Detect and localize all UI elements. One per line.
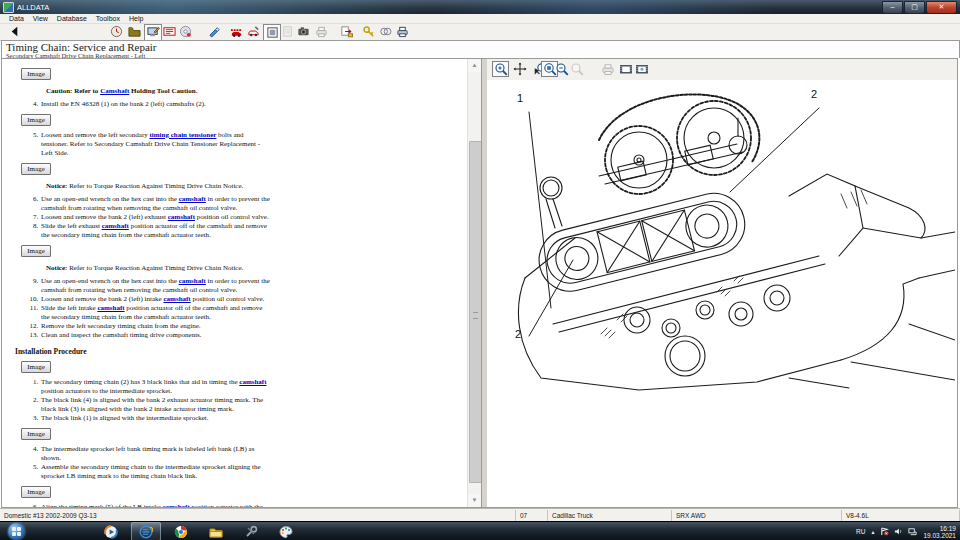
scrollbar-thumb[interactable]: [469, 141, 482, 483]
tray-expand-icon[interactable]: ▲: [871, 529, 876, 535]
image-next-button[interactable]: [633, 61, 650, 77]
sign-pen-icon: [208, 25, 221, 38]
zoom-in-icon: [494, 62, 508, 76]
step-item: Use an open-end wrench on the hex cast i…: [40, 195, 272, 213]
image-button[interactable]: Image: [21, 428, 51, 440]
printer-icon-disabled: [315, 25, 328, 38]
print-small-button[interactable]: [599, 61, 616, 77]
pan-button[interactable]: [511, 61, 528, 77]
step-list: Loosen and remove the left secondary tim…: [15, 131, 272, 158]
step-item: Install the EN 46328 (1) on the bank 2 (…: [40, 100, 272, 109]
image-button[interactable]: Image: [21, 163, 51, 175]
taskbar-internet-explorer-button[interactable]: [131, 522, 161, 540]
hyperlink[interactable]: timing chain tensioner: [149, 131, 216, 139]
cd-button[interactable]: [177, 24, 193, 39]
hyperlink[interactable]: camshaft: [179, 195, 206, 203]
scroll-down-arrow-icon[interactable]: ▼: [468, 494, 481, 507]
hyperlink[interactable]: camshaft: [163, 295, 190, 303]
step-item: The black link (1) is aligned with the i…: [40, 414, 272, 423]
close-button[interactable]: ✕: [926, 1, 957, 14]
step-list: The intermediate sprocket left bank timi…: [15, 445, 272, 481]
menu-item-data[interactable]: Data: [9, 15, 24, 22]
volume-icon[interactable]: [894, 527, 903, 536]
clock-button[interactable]: [108, 24, 124, 39]
hyperlink[interactable]: camshaft: [168, 213, 195, 221]
repair-car-button[interactable]: [245, 24, 261, 39]
taskbar-media-player-button[interactable]: [96, 522, 126, 540]
menu-item-toolbox[interactable]: Toolbox: [96, 15, 120, 22]
scroll-up-arrow-icon[interactable]: ▲: [468, 59, 481, 72]
hyperlink[interactable]: camshaft: [239, 378, 266, 386]
maximize-button[interactable]: ▢: [904, 1, 925, 14]
image-button[interactable]: Image: [21, 486, 51, 498]
hyperlink[interactable]: camshaft: [102, 222, 129, 230]
zoom-in-button[interactable]: [492, 61, 509, 77]
image-button[interactable]: Image: [21, 114, 51, 126]
image-button[interactable]: Image: [21, 361, 51, 373]
hyperlink[interactable]: camshaft: [179, 277, 206, 285]
printer-disabled-button[interactable]: [313, 24, 329, 39]
hyperlink[interactable]: camshaft: [97, 304, 124, 312]
back-icon: [8, 25, 21, 38]
title-bar[interactable]: ALLDATA – ▢ ✕: [0, 0, 960, 14]
taskbar-chrome-button[interactable]: [166, 522, 196, 540]
step-item: The intermediate sprocket left bank timi…: [40, 445, 272, 463]
dtc-button[interactable]: [161, 24, 177, 39]
menu-item-help[interactable]: Help: [129, 15, 143, 22]
hyperlink[interactable]: Camshaft: [100, 87, 129, 95]
image-button[interactable]: Image: [21, 68, 51, 80]
rings-button[interactable]: [377, 24, 393, 39]
step-item: Assemble the secondary timing chain to t…: [40, 463, 272, 481]
key-button[interactable]: [360, 24, 376, 39]
clock[interactable]: 16:19 19.03.2021: [923, 525, 956, 539]
main-toolbar: [0, 24, 960, 41]
start-button[interactable]: [8, 523, 25, 540]
chrome-icon: [174, 525, 188, 539]
image-button[interactable]: Image: [21, 245, 51, 257]
action-center-flag-icon[interactable]: [880, 527, 889, 536]
callout-label-2: 2: [811, 88, 817, 100]
hyperlink[interactable]: camshaft: [163, 503, 190, 507]
image-prev-button[interactable]: [617, 61, 634, 77]
clock-icon: [110, 25, 123, 38]
notes-button[interactable]: [279, 24, 295, 39]
camera-button[interactable]: [295, 24, 311, 39]
text: Install the EN 46328 (1) on the bank 2 (…: [41, 100, 206, 108]
section-heading: Installation Procedure: [15, 347, 464, 356]
text: Slide the left intake: [41, 304, 97, 312]
network-icon[interactable]: [908, 527, 917, 536]
explorer-folder-icon: [209, 525, 223, 539]
language-indicator[interactable]: RU: [856, 528, 865, 535]
step-item: Slide the left intake camshaft position …: [40, 304, 272, 322]
new-car-button[interactable]: [228, 24, 244, 39]
text: Loosen and remove the left secondary: [41, 131, 149, 139]
illustration-canvas[interactable]: 122: [487, 80, 957, 507]
note-paragraph: Caution: Refer to Camshaft Holding Tool …: [46, 87, 278, 96]
text: Slide the left exhaust: [41, 222, 102, 230]
vehicle-select-button[interactable]: [144, 24, 162, 41]
menu-item-database[interactable]: Database: [57, 15, 87, 22]
sign-pen-button[interactable]: [206, 24, 222, 39]
taskbar-tools-button[interactable]: [236, 522, 266, 540]
status-segment-3: SRX AWD: [672, 510, 842, 521]
text: position oil control valve.: [195, 213, 269, 221]
vertical-scrollbar[interactable]: ▲ ▼: [467, 59, 481, 507]
note-paragraph: Notice: Refer to Torque Reaction Against…: [46, 182, 278, 191]
menu-item-view[interactable]: View: [33, 15, 48, 22]
step-list: The secondary timing chain (2) has 3 bla…: [15, 378, 272, 423]
text: Clean and inspect the camshaft timing dr…: [41, 331, 202, 339]
minimize-button[interactable]: –: [882, 1, 903, 14]
system-tray: RU ▲ 16:19 19.03.2021: [851, 522, 958, 540]
text: Loosen and remove the bank 2 (left) inta…: [41, 295, 163, 303]
callout-label-1: 1: [517, 92, 523, 104]
back-button[interactable]: [6, 24, 22, 39]
step-item: The secondary timing chain (2) has 3 bla…: [40, 378, 272, 396]
status-segment-1: 07: [516, 510, 548, 521]
step-item: Slide the left exhaust camshaft position…: [40, 222, 272, 240]
taskbar-explorer-folder-button[interactable]: [201, 522, 231, 540]
folder-button[interactable]: [126, 24, 142, 39]
printer-button[interactable]: [394, 24, 410, 39]
zoom-disabled-button[interactable]: [568, 61, 585, 77]
export-button[interactable]: [338, 24, 354, 39]
taskbar-paint-button[interactable]: [271, 522, 301, 540]
